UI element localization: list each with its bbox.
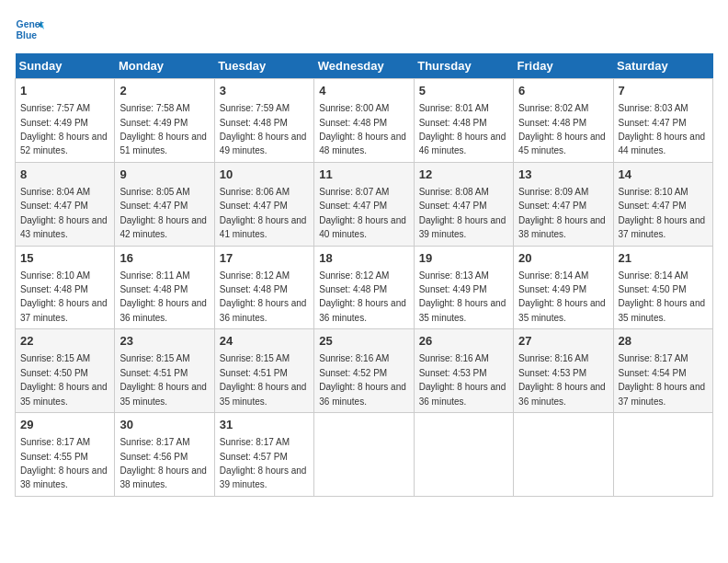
svg-text:Blue: Blue (17, 30, 38, 40)
day-number: 20 (518, 250, 608, 267)
weekday-header-friday: Friday (514, 53, 613, 79)
day-number: 6 (518, 83, 608, 99)
calendar-cell: 29 Sunrise: 8:17 AM Sunset: 4:55 PM Dayl… (16, 413, 115, 497)
day-sunset: Sunset: 4:53 PM (518, 368, 586, 378)
weekday-header-tuesday: Tuesday (214, 53, 313, 79)
day-sunrise: Sunrise: 8:10 AM (20, 270, 90, 281)
day-daylight: Daylight: 8 hours and 39 minutes. (220, 465, 307, 489)
day-number: 16 (119, 250, 209, 267)
calendar-cell: 21 Sunrise: 8:14 AM Sunset: 4:50 PM Dayl… (613, 246, 712, 329)
day-daylight: Daylight: 8 hours and 38 minutes. (518, 215, 606, 239)
calendar-table: SundayMondayTuesdayWednesdayThursdayFrid… (15, 53, 713, 497)
day-number: 4 (319, 83, 408, 99)
calendar-cell: 24 Sunrise: 8:15 AM Sunset: 4:51 PM Dayl… (214, 329, 313, 413)
day-sunrise: Sunrise: 8:16 AM (419, 353, 489, 363)
day-sunrise: Sunrise: 8:14 AM (518, 270, 588, 281)
calendar-cell: 8 Sunrise: 8:04 AM Sunset: 4:47 PM Dayli… (16, 162, 115, 246)
day-sunrise: Sunrise: 8:14 AM (619, 270, 688, 281)
day-daylight: Daylight: 8 hours and 36 minutes. (518, 382, 606, 406)
day-number: 25 (319, 333, 408, 350)
day-number: 30 (119, 417, 209, 433)
day-sunset: Sunset: 4:48 PM (518, 118, 586, 128)
calendar-cell: 2 Sunrise: 7:58 AM Sunset: 4:49 PM Dayli… (115, 79, 214, 163)
calendar-cell: 20 Sunrise: 8:14 AM Sunset: 4:49 PM Dayl… (514, 246, 613, 329)
calendar-cell: 5 Sunrise: 8:01 AM Sunset: 4:48 PM Dayli… (414, 79, 513, 163)
day-sunrise: Sunrise: 8:16 AM (518, 353, 588, 363)
day-sunset: Sunset: 4:49 PM (518, 284, 586, 294)
day-number: 7 (619, 83, 708, 99)
day-sunrise: Sunrise: 8:12 AM (220, 270, 290, 281)
calendar-week-row: 1 Sunrise: 7:57 AM Sunset: 4:49 PM Dayli… (16, 79, 713, 163)
calendar-week-row: 8 Sunrise: 8:04 AM Sunset: 4:47 PM Dayli… (16, 162, 713, 246)
day-number: 31 (220, 417, 309, 433)
day-sunrise: Sunrise: 8:17 AM (119, 437, 189, 447)
day-sunset: Sunset: 4:47 PM (518, 201, 586, 211)
day-sunset: Sunset: 4:50 PM (619, 284, 687, 294)
day-number: 27 (518, 333, 608, 350)
day-sunset: Sunset: 4:48 PM (319, 284, 387, 294)
day-sunrise: Sunrise: 7:57 AM (20, 103, 90, 113)
day-sunset: Sunset: 4:56 PM (119, 452, 188, 462)
day-sunrise: Sunrise: 8:04 AM (20, 187, 90, 197)
day-sunrise: Sunrise: 8:03 AM (619, 103, 688, 113)
day-sunset: Sunset: 4:53 PM (419, 368, 487, 378)
day-sunrise: Sunrise: 8:10 AM (619, 187, 688, 197)
day-daylight: Daylight: 8 hours and 37 minutes. (20, 298, 108, 322)
day-sunrise: Sunrise: 8:13 AM (419, 270, 489, 281)
day-sunset: Sunset: 4:49 PM (419, 284, 487, 294)
day-sunset: Sunset: 4:48 PM (119, 284, 188, 294)
calendar-cell (613, 413, 712, 497)
day-daylight: Daylight: 8 hours and 39 minutes. (419, 215, 506, 239)
day-number: 11 (319, 167, 408, 183)
day-daylight: Daylight: 8 hours and 35 minutes. (619, 298, 706, 322)
day-number: 23 (119, 333, 209, 350)
day-sunset: Sunset: 4:51 PM (119, 368, 188, 378)
day-sunrise: Sunrise: 8:09 AM (518, 187, 588, 197)
calendar-cell: 12 Sunrise: 8:08 AM Sunset: 4:47 PM Dayl… (414, 162, 513, 246)
day-daylight: Daylight: 8 hours and 36 minutes. (119, 298, 207, 322)
day-daylight: Daylight: 8 hours and 43 minutes. (20, 215, 108, 239)
day-daylight: Daylight: 8 hours and 48 minutes. (319, 132, 406, 155)
calendar-cell: 1 Sunrise: 7:57 AM Sunset: 4:49 PM Dayli… (16, 79, 115, 163)
calendar-week-row: 22 Sunrise: 8:15 AM Sunset: 4:50 PM Dayl… (16, 329, 713, 413)
calendar-cell: 9 Sunrise: 8:05 AM Sunset: 4:47 PM Dayli… (115, 162, 214, 246)
day-sunset: Sunset: 4:47 PM (619, 201, 687, 211)
calendar-week-row: 29 Sunrise: 8:17 AM Sunset: 4:55 PM Dayl… (16, 413, 713, 497)
logo-icon: General Blue (15, 15, 44, 44)
day-sunrise: Sunrise: 8:15 AM (119, 353, 189, 363)
day-sunset: Sunset: 4:57 PM (220, 452, 288, 462)
day-sunrise: Sunrise: 8:15 AM (220, 353, 290, 363)
calendar-cell: 30 Sunrise: 8:17 AM Sunset: 4:56 PM Dayl… (115, 413, 214, 497)
day-daylight: Daylight: 8 hours and 40 minutes. (319, 215, 406, 239)
day-number: 19 (419, 250, 508, 267)
day-sunrise: Sunrise: 8:16 AM (319, 353, 389, 363)
day-sunrise: Sunrise: 8:00 AM (319, 103, 389, 113)
day-sunrise: Sunrise: 8:07 AM (319, 187, 389, 197)
day-sunset: Sunset: 4:51 PM (220, 368, 288, 378)
day-sunset: Sunset: 4:52 PM (319, 368, 387, 378)
calendar-cell: 26 Sunrise: 8:16 AM Sunset: 4:53 PM Dayl… (414, 329, 513, 413)
day-sunrise: Sunrise: 8:05 AM (119, 187, 189, 197)
calendar-cell: 17 Sunrise: 8:12 AM Sunset: 4:48 PM Dayl… (214, 246, 313, 329)
day-number: 26 (419, 333, 508, 350)
calendar-cell: 6 Sunrise: 8:02 AM Sunset: 4:48 PM Dayli… (514, 79, 613, 163)
header: General Blue (15, 15, 713, 44)
day-number: 15 (20, 250, 109, 267)
day-number: 17 (220, 250, 309, 267)
day-sunrise: Sunrise: 7:59 AM (220, 103, 290, 113)
day-sunrise: Sunrise: 8:17 AM (20, 437, 90, 447)
day-sunset: Sunset: 4:48 PM (419, 118, 487, 128)
day-daylight: Daylight: 8 hours and 37 minutes. (619, 215, 706, 239)
day-sunrise: Sunrise: 8:15 AM (20, 353, 90, 363)
day-sunset: Sunset: 4:55 PM (20, 452, 88, 462)
day-daylight: Daylight: 8 hours and 41 minutes. (220, 215, 307, 239)
day-number: 1 (20, 83, 109, 99)
day-daylight: Daylight: 8 hours and 44 minutes. (619, 132, 706, 155)
day-sunrise: Sunrise: 8:02 AM (518, 103, 588, 113)
calendar-cell: 13 Sunrise: 8:09 AM Sunset: 4:47 PM Dayl… (514, 162, 613, 246)
day-sunrise: Sunrise: 8:06 AM (220, 187, 290, 197)
day-daylight: Daylight: 8 hours and 52 minutes. (20, 132, 108, 155)
day-number: 12 (419, 167, 508, 183)
day-sunrise: Sunrise: 7:58 AM (119, 103, 189, 113)
day-number: 22 (20, 333, 109, 350)
